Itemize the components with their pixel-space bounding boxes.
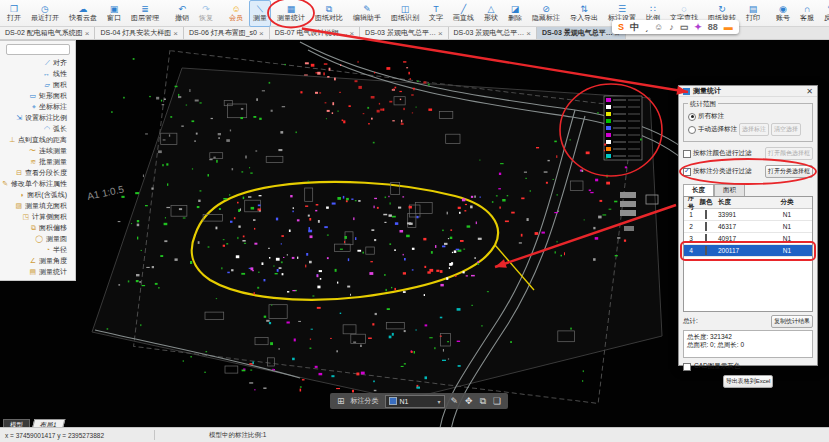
doc-tab-2[interactable]: DS-04 灯具安装大样图×: [95, 27, 183, 39]
menu-item-measure-hatch-area[interactable]: ▨测量填充面积: [0, 200, 75, 211]
drawing-recognize-button[interactable]: ◫图纸识别: [387, 0, 423, 27]
calc-side-area-icon: ◳: [22, 213, 29, 221]
import-export-icon: ⇅: [580, 4, 588, 14]
class-dropdown-value: N1: [400, 398, 435, 405]
menu-item-arc-length[interactable]: ◠弧长: [0, 123, 75, 134]
open-color-selector-button[interactable]: 打开颜色选择框: [765, 147, 813, 160]
measure-search-input[interactable]: [6, 44, 70, 55]
tab-close-icon[interactable]: ×: [85, 29, 90, 38]
doc-tab-6[interactable]: DS-03 景观电气总平…×: [449, 27, 537, 39]
class-dropdown[interactable]: N1 ▾: [385, 395, 445, 408]
doc-tab-1[interactable]: DS-02 配电箱电气系统图×: [0, 27, 95, 39]
dialog-title: 测量统计: [693, 86, 803, 96]
radio-all-annotations[interactable]: [688, 113, 696, 121]
menu-item-rect-area[interactable]: ▭矩形面积: [0, 90, 75, 101]
measure-button[interactable]: ⟍测量: [249, 0, 271, 27]
customer-service-button[interactable]: ∩客服: [796, 0, 818, 27]
menu-item-linear[interactable]: ↔线性: [0, 68, 75, 79]
mic-icon[interactable]: ♪: [669, 20, 674, 34]
layer-manager-button[interactable]: ≣图层管理: [127, 0, 163, 27]
color-filter-checkbox[interactable]: [683, 150, 691, 158]
menu-item-measure-circle[interactable]: ◯测量圆: [0, 233, 75, 244]
menu-item-area-with-arc[interactable]: ◗面积(含弧线): [0, 189, 75, 200]
emoji-icon[interactable]: ☺: [654, 20, 663, 34]
menu-item-radius[interactable]: ◔半径: [0, 244, 75, 255]
classify-label: 标注分类: [351, 396, 379, 406]
chinese-mode-icon[interactable]: 中: [630, 20, 639, 34]
copy-stats-button[interactable]: 复制统计结果: [771, 315, 813, 328]
cad-gray-checkbox[interactable]: [683, 363, 691, 371]
cloud-drive-button[interactable]: ☁快看云盘: [65, 0, 101, 27]
print-button[interactable]: ▤打印: [742, 0, 764, 27]
sogou-logo-icon[interactable]: S: [618, 20, 624, 34]
member-button[interactable]: ☺会员: [225, 0, 247, 27]
tab-close-icon[interactable]: ×: [438, 29, 443, 38]
set-annotation-scale-icon: ⇲: [16, 114, 22, 122]
annotation-scale-label: 模型中的标注比例:1: [209, 431, 266, 440]
menu-item-measure-stats[interactable]: ▤测量统计: [0, 266, 75, 277]
measure-stats-button[interactable]: ▦测量统计: [273, 0, 309, 27]
menu-item-align[interactable]: ⟋对齐: [0, 57, 75, 68]
soft-keyboard-icon[interactable]: ▭: [680, 20, 689, 34]
menu-item-calc-side-area[interactable]: ◳计算侧面积: [0, 211, 75, 222]
menu-item-area-offset[interactable]: ⧉面积偏移: [0, 222, 75, 233]
menu-item-coordinate-annotation[interactable]: ⌖坐标标注: [0, 101, 75, 112]
class-filter-checkbox[interactable]: [683, 168, 691, 176]
menu-item-set-annotation-scale[interactable]: ⇲设置标注比例: [0, 112, 75, 123]
tab-close-icon[interactable]: ×: [349, 29, 354, 38]
table-row[interactable]: 246317N1: [684, 221, 812, 233]
copy-icon[interactable]: ⧉: [480, 396, 486, 407]
tab-close-icon[interactable]: ×: [526, 29, 531, 38]
draw-line-button[interactable]: ╱画直线: [449, 0, 478, 27]
move-icon[interactable]: ✥: [465, 396, 473, 407]
delete-button[interactable]: ◪删除: [504, 0, 526, 27]
punctuation-icon[interactable]: ˏ: [645, 20, 648, 34]
close-icon[interactable]: ✕: [806, 87, 813, 96]
menu-item-measure-angle[interactable]: ∠测量角度: [0, 255, 75, 266]
tab-area[interactable]: 面积: [714, 184, 745, 196]
more-icon[interactable]: 88: [708, 20, 718, 34]
tab-close-icon[interactable]: ×: [259, 29, 264, 38]
open-button[interactable]: ❐打开: [3, 0, 25, 27]
window-icon: ▣: [110, 4, 119, 14]
menu-item-continuous-measure[interactable]: 〜连续测量: [0, 145, 75, 156]
skin-icon[interactable]: ✦: [694, 20, 702, 34]
shape-button[interactable]: △形状: [480, 0, 502, 27]
radio-manual-select[interactable]: [688, 126, 696, 134]
toolbar-item-label: 客服: [800, 14, 814, 22]
clear-selection-button[interactable]: 清空选择: [771, 123, 801, 136]
menu-item-batch-measure[interactable]: ≋批量测量: [0, 156, 75, 167]
doc-tab-4[interactable]: DS-07 电气设计说明 …×: [270, 27, 360, 39]
menu-item-area[interactable]: ▱面积: [0, 79, 75, 90]
redo-button[interactable]: ↷恢复: [195, 0, 217, 27]
area-with-arc-icon: ◗: [20, 191, 24, 199]
export-excel-button[interactable]: 导出表格到Excel: [723, 375, 774, 388]
hide-annotation-button[interactable]: ⊘隐藏标注: [528, 0, 564, 27]
drawing-compare-button[interactable]: ⧉图纸对比: [311, 0, 347, 27]
tab-length[interactable]: 长度: [683, 184, 714, 196]
menu-item-point-to-line-distance[interactable]: ⊥点到直线的距离: [0, 134, 75, 145]
toolbox-icon[interactable]: ▬: [724, 20, 733, 34]
edit-assistant-button[interactable]: ✎编辑助手: [349, 0, 385, 27]
table-row[interactable]: 133991N1: [684, 209, 812, 221]
text-button[interactable]: T文字: [425, 0, 447, 27]
dialog-titlebar: 测量统计 ✕: [679, 86, 817, 97]
paste-icon[interactable]: ❏: [493, 396, 501, 407]
window-button[interactable]: ▣窗口: [103, 0, 125, 27]
feedback-button[interactable]: ✎反馈: [820, 0, 829, 27]
table-row[interactable]: 340917N1: [684, 233, 812, 245]
menu-item-view-segment-length[interactable]: ⊟查看分段长度: [0, 167, 75, 178]
recent-open-button[interactable]: ◷最近打开: [27, 0, 63, 27]
select-annotations-button[interactable]: 选择标注: [739, 123, 769, 136]
undo-button[interactable]: ↶撤销: [171, 0, 193, 27]
table-row[interactable]: 4200117N1: [684, 245, 812, 257]
account-button[interactable]: ◉账号: [772, 0, 794, 27]
edit-annotation-icon[interactable]: ✎: [451, 396, 459, 407]
doc-tab-5[interactable]: DS-03 景观电气总平…×: [360, 27, 448, 39]
open-class-selector-button[interactable]: 打开分类选择框: [765, 165, 813, 178]
tab-close-icon[interactable]: ×: [173, 29, 178, 38]
menu-item-modify-single-annotation[interactable]: ✎修改单个标注属性: [0, 178, 75, 189]
import-export-button[interactable]: ⇅导入导出: [566, 0, 602, 27]
classify-grid-icon[interactable]: ⊞: [337, 396, 345, 406]
doc-tab-3[interactable]: DS-06 灯具布置图_s0×: [184, 27, 270, 39]
